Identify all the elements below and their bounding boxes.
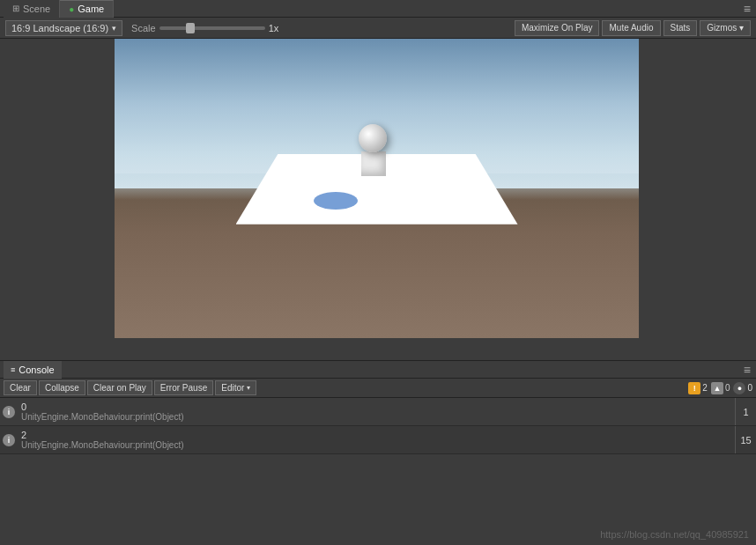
log-main-2: 2 — [21, 430, 731, 440]
aspect-label: 16:9 Landscape (16:9) — [11, 23, 108, 33]
log-sub-2: UnityEngine.MonoBehaviour:print(Object) — [21, 440, 731, 450]
error-pause-button[interactable]: Error Pause — [154, 380, 213, 395]
log-content-2: 2 UnityEngine.MonoBehaviour:print(Object… — [18, 426, 735, 453]
game-icon: ● — [69, 4, 74, 14]
warning-count-badge[interactable]: ! 2 — [688, 382, 708, 394]
tab-scene[interactable]: ⊞ Scene — [4, 0, 60, 18]
top-tab-bar: ⊞ Scene ● Game ≡ — [0, 0, 756, 18]
log-icon-col-1: i — [0, 398, 18, 425]
white-cube — [361, 151, 386, 176]
log-main-1: 0 — [21, 401, 731, 412]
collapse-button[interactable]: Collapse — [39, 380, 85, 395]
log-content-1: 0 UnityEngine.MonoBehaviour:print(Object… — [18, 398, 735, 425]
log-row-2[interactable]: i 2 UnityEngine.MonoBehaviour:print(Obje… — [0, 426, 756, 454]
console-toolbar: Clear Collapse Clear on Play Error Pause… — [0, 379, 756, 398]
scale-slider[interactable] — [159, 26, 265, 30]
log-sub-1: UnityEngine.MonoBehaviour:print(Object) — [21, 412, 731, 422]
message-count: 0 — [747, 383, 752, 393]
aspect-dropdown[interactable]: 16:9 Landscape (16:9) — [5, 20, 122, 36]
log-info-icon-1: i — [3, 406, 15, 418]
clear-on-play-button[interactable]: Clear on Play — [87, 380, 152, 395]
game-viewport — [0, 39, 756, 338]
console-counts: ! 2 ▲ 0 ● 0 — [688, 382, 752, 394]
viewport-inner — [115, 39, 639, 338]
triangle-warn-icon: ▲ — [711, 382, 723, 394]
scale-value: 1x — [269, 23, 279, 33]
scene-tab-label: Scene — [23, 4, 50, 14]
console-tab-icon: ≡ — [11, 365, 15, 374]
game-toolbar: 16:9 Landscape (16:9) Scale 1x Maximize … — [0, 18, 756, 39]
error-count-badge[interactable]: ▲ 0 — [711, 382, 730, 394]
maximize-on-play-button[interactable]: Maximize On Play — [515, 20, 600, 36]
warning-icon: ! — [688, 382, 700, 394]
mute-audio-button[interactable]: Mute Audio — [602, 20, 660, 36]
log-info-icon-2: i — [3, 434, 15, 446]
blue-puddle — [314, 192, 358, 210]
scene-icon: ⊞ — [12, 4, 19, 13]
scale-slider-thumb — [186, 23, 195, 33]
clear-button[interactable]: Clear — [4, 380, 37, 395]
console-log: i 0 UnityEngine.MonoBehaviour:print(Obje… — [0, 398, 756, 454]
window-menu-icon[interactable]: ≡ — [744, 2, 756, 16]
log-row[interactable]: i 0 UnityEngine.MonoBehaviour:print(Obje… — [0, 398, 756, 426]
editor-label: Editor — [221, 383, 244, 393]
log-count-1: 1 — [735, 398, 756, 425]
scale-label: Scale — [131, 23, 156, 33]
game-tab-label: Game — [78, 4, 104, 14]
message-icon: ● — [733, 382, 745, 394]
log-icon-col-2: i — [0, 426, 18, 453]
stats-button[interactable]: Stats — [663, 20, 698, 36]
console-window-menu[interactable]: ≡ — [744, 363, 756, 377]
log-count-2: 15 — [735, 426, 756, 453]
console-tab-bar: ≡ Console ≡ — [0, 361, 756, 379]
warning-count: 2 — [702, 383, 708, 393]
message-count-badge[interactable]: ● 0 — [733, 382, 752, 394]
editor-dropdown[interactable]: Editor — [215, 380, 256, 395]
white-sphere — [359, 124, 387, 152]
console-tab[interactable]: ≡ Console — [4, 361, 62, 379]
gizmos-button[interactable]: Gizmos ▾ — [700, 20, 751, 36]
console-panel: ≡ Console ≡ Clear Collapse Clear on Play… — [0, 360, 756, 545]
watermark: https://blog.csdn.net/qq_40985921 — [600, 529, 749, 540]
console-tab-label: Console — [19, 365, 54, 375]
error-count: 0 — [725, 383, 730, 393]
tab-game[interactable]: ● Game — [60, 0, 114, 18]
